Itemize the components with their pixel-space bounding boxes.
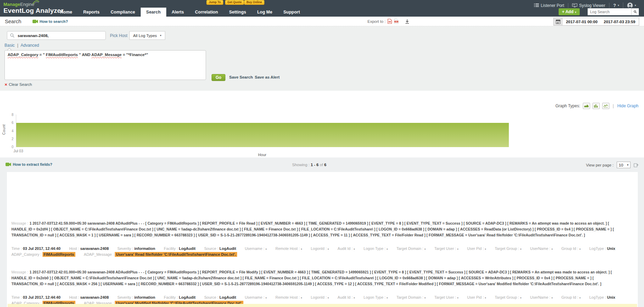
help-menu[interactable]: ? ▾ <box>609 3 623 8</box>
log-field: UserName : - <box>530 246 552 252</box>
message-text: 1 2017-07-03T12:42:01.000+05:30 saravana… <box>11 270 612 286</box>
listener-port-button[interactable]: Listener Port <box>530 3 568 8</box>
bar-chart-icon[interactable] <box>592 103 600 109</box>
page-export-icon[interactable] <box>634 163 638 168</box>
query-text-segment: " AND <box>79 53 91 57</box>
promo-button[interactable]: Buy Online <box>244 0 264 5</box>
go-button[interactable]: Go <box>212 74 225 81</box>
x-axis-label: Hour <box>16 153 508 157</box>
log-field-label: Host : <box>69 295 79 299</box>
log-field-value: Unix <box>607 295 615 299</box>
log-search-input[interactable] <box>588 8 631 15</box>
query-text-segment: ADAP_Category <box>8 53 38 57</box>
log-record[interactable]: Message :1 2017-07-03T12:41:59.000+05:30… <box>11 220 623 258</box>
help-icon: ? <box>613 3 616 8</box>
log-field: Facility : LogAudit <box>164 246 196 252</box>
log-field-label: LogonId : <box>311 295 327 299</box>
chart-area-series[interactable] <box>16 123 509 147</box>
log-field-value: information <box>134 246 155 251</box>
view-per-page-select[interactable]: 10 ▾ <box>617 162 631 168</box>
log-field-value: - <box>301 246 302 251</box>
mode-separator: | <box>17 43 18 48</box>
log-field-label: Severity : <box>118 295 133 299</box>
message-text: 1 2017-07-03T12:41:59.000+05:30 saravana… <box>11 221 614 237</box>
log-field: Username : - <box>245 295 267 300</box>
log-field-label: Remote Host : <box>276 246 300 251</box>
y-tick-label: 6 <box>11 121 13 125</box>
nav-item[interactable]: Settings <box>224 8 252 17</box>
nav-item[interactable]: Correlation <box>189 8 224 17</box>
add-button-label: + Add <box>562 9 573 14</box>
area-chart-icon[interactable] <box>583 103 590 109</box>
how-to-search-link[interactable]: How to search? <box>32 19 68 24</box>
log-field-value: - <box>424 295 426 299</box>
export-csv-icon[interactable] <box>394 19 399 24</box>
syslog-viewer-button[interactable]: Syslog Viewer <box>568 3 609 8</box>
log-field-value: - <box>551 246 553 251</box>
clear-search-link[interactable]: ✕Clear Search <box>4 82 32 87</box>
nav-item[interactable]: Log Me <box>252 8 278 17</box>
log-field-label: Username : <box>245 246 264 251</box>
query-textarea[interactable]: ADAP_Category = " FIMAuditReports " AND … <box>4 50 206 80</box>
chevron-down-icon: ▾ <box>575 11 576 14</box>
nav-item[interactable]: Support <box>278 8 306 17</box>
how-to-extract-link[interactable]: How to extract fields? <box>6 162 52 166</box>
calendar-icon-box <box>554 18 562 25</box>
log-field-value: saravanan-2408 <box>80 295 109 299</box>
log-field: Source : LogAudit <box>204 295 236 300</box>
how-to-extract-label: How to extract fields? <box>13 162 52 166</box>
log-field: Severity : information <box>118 295 155 300</box>
log-field: Remote Host : - <box>276 295 302 300</box>
log-field: User Pid : - <box>467 246 486 252</box>
save-as-alert-link[interactable]: Save as Alert <box>255 75 280 79</box>
calendar-icon <box>556 19 560 24</box>
video-icon <box>32 20 38 23</box>
log-field: Audit Id : - <box>338 246 355 252</box>
nav-item[interactable]: Search <box>141 8 166 17</box>
log-field-value: LogAudit <box>220 295 236 299</box>
nav-item[interactable]: Reports <box>78 8 105 17</box>
date-range-picker[interactable]: 2017-07-01 00:00 2017-07-03 23:59 <box>553 18 639 26</box>
log-search-button[interactable] <box>631 8 639 15</box>
promo-button[interactable]: Jump To <box>206 0 223 5</box>
log-field-label: LogType : <box>589 295 606 299</box>
line-chart-icon[interactable] <box>602 103 609 109</box>
log-field-label: Facility : <box>164 246 178 251</box>
logo-swoosh-icon <box>32 0 40 4</box>
log-record[interactable]: Message :1 2017-07-03T12:42:01.000+05:30… <box>11 269 623 306</box>
query-text-segment: = "*Finance*" <box>123 53 148 57</box>
nav-item[interactable]: Alerts <box>166 8 189 17</box>
log-field: Target Domain : - <box>396 246 426 252</box>
mode-basic-link[interactable]: Basic <box>4 43 15 48</box>
log-field: Target Group : - <box>495 246 521 252</box>
hide-graph-link[interactable]: Hide Graph <box>617 103 638 108</box>
log-field-value: - <box>579 295 581 299</box>
log-field-label: Severity : <box>118 246 133 251</box>
search-icon <box>10 33 15 38</box>
graph-controls: Graph Types: | Hide Graph <box>556 103 638 109</box>
export-pdf-icon[interactable] <box>388 19 392 24</box>
log-field: Facility : LogAudit <box>164 295 196 300</box>
log-field-value: - <box>328 246 329 251</box>
log-field-value: LogAudit <box>220 246 236 251</box>
add-button[interactable]: + Add▾ <box>559 8 580 15</box>
mode-advanced-link[interactable]: Advanced <box>20 43 39 48</box>
nav-item[interactable]: Compliance <box>105 8 141 17</box>
log-field-label: Target Group : <box>495 295 519 299</box>
promo-button[interactable]: Get Quote <box>225 0 244 5</box>
log-field-label: Username : <box>245 295 264 299</box>
showing-label: Showing : <box>292 163 310 167</box>
save-search-link[interactable]: Save Search <box>229 75 253 79</box>
user-avatar-icon <box>627 2 633 8</box>
host-search-input[interactable] <box>17 33 103 38</box>
log-types-dropdown[interactable]: All Log Types ▾ <box>129 31 165 40</box>
syslog-viewer-label: Syslog Viewer <box>579 3 605 8</box>
download-icon[interactable] <box>405 19 410 24</box>
log-field-value: User'sara' Read file/folder 'C:\FileAudi… <box>115 252 237 257</box>
nav-item[interactable]: Home <box>55 8 78 17</box>
log-field-label: ADAP_Message : <box>84 252 114 256</box>
how-to-search-label: How to search? <box>40 19 68 24</box>
log-field-label: User Pid : <box>467 295 484 299</box>
search-results-chart[interactable]: Count 8 6 4 2 0 Jul 03 <box>16 115 540 147</box>
user-menu[interactable]: ▾ <box>623 2 640 8</box>
